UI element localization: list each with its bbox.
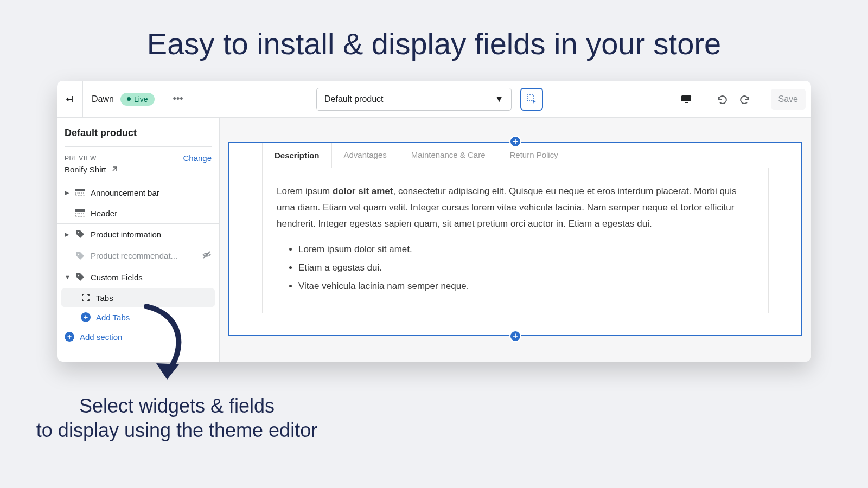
inspector-icon <box>526 93 538 105</box>
external-link-icon <box>111 166 118 173</box>
svg-rect-1 <box>681 95 691 101</box>
preview-canvas: Tabs + + Description Advantages Maintena… <box>220 118 811 362</box>
add-section-label: Add section <box>80 332 122 342</box>
add-section-button[interactable]: + Add section <box>57 326 219 347</box>
fullscreen-icon <box>81 293 91 303</box>
tab-maintenance[interactable]: Maintenance & Care <box>399 143 498 168</box>
inspector-button[interactable] <box>520 88 543 111</box>
theme-name: Dawn <box>92 94 114 104</box>
chevron-right-icon: ▶ <box>65 231 70 238</box>
block-label: Tabs <box>96 293 113 303</box>
body-text: Lorem ipsum <box>277 186 333 196</box>
svg-point-7 <box>78 232 79 233</box>
tag-icon <box>75 251 85 261</box>
svg-rect-4 <box>75 193 85 196</box>
redo-button[interactable] <box>736 89 755 109</box>
preview-product-name: Bonify Shirt <box>65 165 106 174</box>
section-label: Product recommendat... <box>91 251 177 260</box>
section-label: Product information <box>91 230 161 239</box>
svg-rect-6 <box>75 214 85 216</box>
live-label: Live <box>134 95 148 104</box>
bullet-item: Vitae vehicula lacinia nam semper neque. <box>298 278 754 294</box>
template-selected-value: Default product <box>324 94 384 104</box>
redo-icon <box>739 93 751 105</box>
annotation-line: to display using the theme editor <box>36 419 317 441</box>
tabs-widget: Description Advantages Maintenance & Car… <box>262 143 769 313</box>
svg-rect-3 <box>75 189 85 191</box>
plus-circle-icon: + <box>81 312 91 322</box>
svg-line-10 <box>203 252 210 258</box>
marketing-headline: Easy to install & display fields in your… <box>0 0 868 81</box>
section-header[interactable]: Header <box>57 203 219 224</box>
section-bar-icon <box>75 188 85 197</box>
topbar: Dawn Live ••• Default product ▼ <box>57 81 811 118</box>
section-label: Custom Fields <box>91 273 143 282</box>
undo-button[interactable] <box>712 89 731 109</box>
annotation-caption: Select widgets & fields to display using… <box>25 350 329 442</box>
svg-rect-2 <box>685 102 688 103</box>
add-tabs-button[interactable]: + Add Tabs <box>57 308 219 326</box>
tag-icon <box>75 229 85 239</box>
save-button[interactable]: Save <box>771 89 806 110</box>
theme-editor-window: Dawn Live ••• Default product ▼ <box>57 81 811 362</box>
chevron-right-icon: ▶ <box>65 189 70 196</box>
tab-advantages[interactable]: Advantages <box>332 143 399 168</box>
add-tabs-label: Add Tabs <box>96 313 130 322</box>
section-custom-fields[interactable]: ▼ Custom Fields <box>57 267 219 287</box>
section-product-information[interactable]: ▶ Product information <box>57 224 219 245</box>
body-text-bold: dolor sit amet <box>333 186 393 196</box>
section-announcement-bar[interactable]: ▶ Announcement bar <box>57 182 219 203</box>
more-button[interactable]: ••• <box>173 93 183 105</box>
hidden-icon <box>202 250 212 261</box>
tab-description[interactable]: Description <box>262 143 332 168</box>
chevron-down-icon: ▼ <box>65 274 70 280</box>
section-label: Announcement bar <box>91 188 159 197</box>
plus-circle-icon: + <box>65 332 74 342</box>
svg-rect-5 <box>75 209 85 212</box>
add-block-below-button[interactable]: + <box>509 330 521 342</box>
back-button[interactable] <box>57 81 83 118</box>
tab-content: Lorem ipsum dolor sit amet, consectetur … <box>262 168 769 313</box>
annotation-line: Select widgets & fields <box>79 395 275 417</box>
block-tabs[interactable]: Tabs <box>61 288 215 307</box>
svg-point-8 <box>78 253 79 254</box>
live-badge: Live <box>120 93 155 106</box>
section-label: Header <box>91 209 117 218</box>
change-preview-link[interactable]: Change <box>183 153 212 163</box>
sidebar: Default product PREVIEW Change Bonify Sh… <box>57 118 220 362</box>
bullet-item: Lorem ipsum dolor sit amet. <box>298 241 754 258</box>
sidebar-title: Default product <box>57 127 219 146</box>
back-arrow-icon <box>65 94 75 105</box>
preview-product-link[interactable]: Bonify Shirt <box>57 163 219 182</box>
svg-point-11 <box>78 275 79 276</box>
bullet-item: Etiam a egestas dui. <box>298 260 754 276</box>
selected-block-outline[interactable]: + + Description Advantages Maintenance &… <box>228 142 802 336</box>
preview-label: PREVIEW <box>65 155 97 162</box>
desktop-viewport-button[interactable] <box>676 89 696 109</box>
tag-icon <box>75 272 85 282</box>
status-dot-icon <box>127 97 131 101</box>
tab-return-policy[interactable]: Return Policy <box>498 143 571 168</box>
add-block-above-button[interactable]: + <box>509 136 521 147</box>
undo-icon <box>716 93 727 105</box>
section-header-icon <box>75 208 85 218</box>
desktop-icon <box>680 94 692 105</box>
chevron-down-icon: ▼ <box>495 94 503 104</box>
template-select[interactable]: Default product ▼ <box>316 88 512 111</box>
section-product-recommendations[interactable]: Product recommendat... <box>57 245 219 267</box>
